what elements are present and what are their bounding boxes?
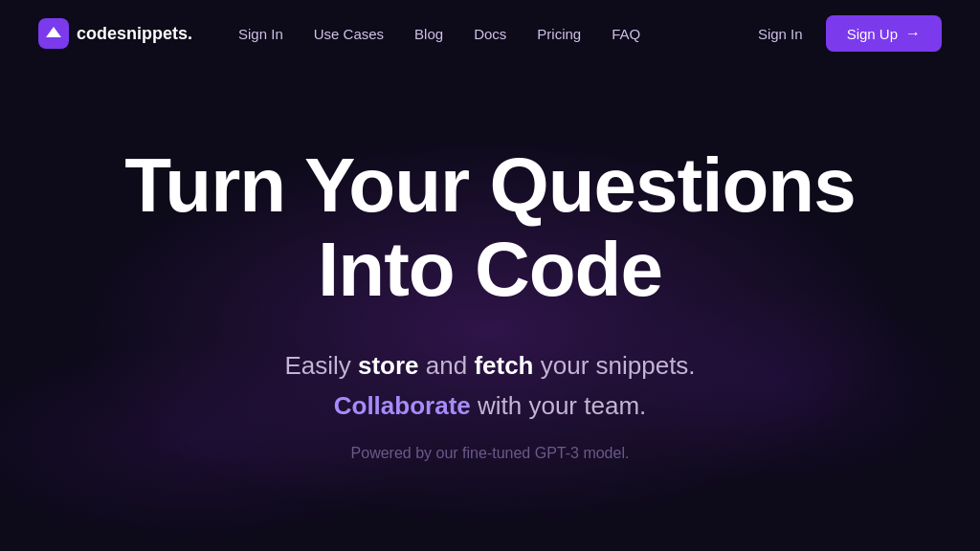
nav-left: codesnippets. Sign In Use Cases Blog Doc… [38,18,640,49]
logo[interactable]: codesnippets. [38,18,192,49]
nav-link-signin[interactable]: Sign In [238,26,283,42]
logo-text: codesnippets. [77,24,192,44]
nav-link-use-cases[interactable]: Use Cases [314,26,384,42]
nav-link-docs[interactable]: Docs [474,26,506,42]
subtitle-fetch: fetch [474,351,533,380]
logo-icon [38,18,69,49]
nav-link-pricing[interactable]: Pricing [537,26,581,42]
subtitle-collaborate: Collaborate [334,391,471,420]
signup-arrow-icon: → [905,25,921,42]
signup-label: Sign Up [847,26,898,42]
navbar: codesnippets. Sign In Use Cases Blog Doc… [0,0,980,67]
signup-button[interactable]: Sign Up → [826,15,942,52]
subtitle-store: store [358,351,419,380]
hero-title: Turn Your Questions Into Code [59,143,921,312]
nav-link-faq[interactable]: FAQ [612,26,640,42]
hero-powered-text: Powered by our fine-tuned GPT-3 model. [351,445,630,462]
subtitle-text-1: Easily [284,351,358,380]
subtitle-text-2: and [419,351,475,380]
nav-right: Sign In Sign Up → [758,15,942,52]
nav-links: Sign In Use Cases Blog Docs Pricing FAQ [238,26,640,42]
logo-chevron-icon [44,24,63,43]
nav-link-blog[interactable]: Blog [414,26,443,42]
nav-signin-button[interactable]: Sign In [758,26,803,42]
hero-section: Turn Your Questions Into Code Easily sto… [0,67,980,462]
hero-subtitle: Easily store and fetch your snippets. Co… [284,346,695,426]
subtitle-text-3: your snippets. [534,351,696,380]
subtitle-text-4: with your team. [471,391,647,420]
